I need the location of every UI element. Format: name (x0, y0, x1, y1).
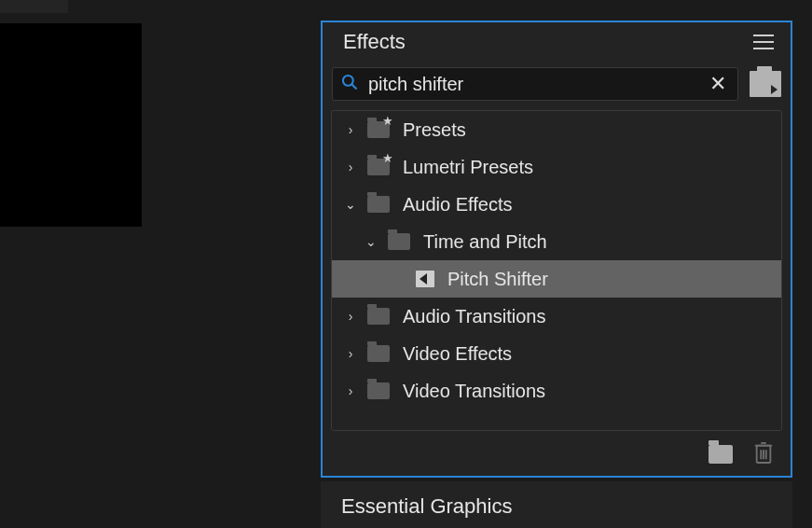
tree-item-audio-transitions[interactable]: › Audio Transitions (332, 298, 781, 335)
essential-graphics-panel[interactable]: Essential Graphics (321, 481, 792, 528)
tree-item-audio-effects[interactable]: ⌄ Audio Effects (332, 186, 781, 223)
folder-icon (367, 345, 390, 362)
new-preset-bin-icon[interactable] (750, 71, 781, 97)
folder-icon: ★ (367, 159, 390, 175)
tree-item-presets[interactable]: › ★ Presets (332, 111, 781, 148)
folder-icon: ★ (367, 121, 390, 138)
effects-tree: › ★ Presets › ★ Lumetri Presets ⌄ Audio … (331, 110, 782, 431)
tree-label: Lumetri Presets (403, 157, 533, 178)
clear-search-icon[interactable]: ✕ (706, 74, 730, 94)
trash-icon[interactable] (753, 440, 774, 468)
folder-icon (388, 233, 410, 250)
panel-menu-icon[interactable] (753, 35, 774, 49)
folder-icon (367, 196, 390, 213)
tree-item-lumetri-presets[interactable]: › ★ Lumetri Presets (332, 148, 781, 186)
search-input[interactable] (359, 74, 706, 95)
effects-panel: Effects ✕ › ★ Presets › ★ (321, 21, 792, 478)
panel-title: Effects (343, 30, 406, 54)
tree-label: Audio Transitions (403, 306, 545, 327)
tree-label: Audio Effects (403, 194, 512, 215)
chevron-down-icon: ⌄ (364, 234, 378, 249)
chevron-right-icon: › (343, 346, 358, 361)
tree-item-video-transitions[interactable]: › Video Transitions (332, 372, 781, 410)
preview-area (0, 23, 142, 227)
svg-line-1 (352, 85, 357, 90)
tree-item-video-effects[interactable]: › Video Effects (332, 335, 781, 372)
search-box: ✕ (332, 67, 738, 101)
svg-point-0 (343, 76, 353, 86)
panel-header: Effects (323, 22, 791, 67)
chevron-right-icon: › (343, 122, 358, 137)
tree-label: Time and Pitch (423, 231, 547, 253)
panel-title: Essential Graphics (341, 494, 792, 519)
tree-label: Presets (403, 119, 466, 141)
tree-item-pitch-shifter[interactable]: Pitch Shifter (332, 260, 781, 298)
top-bar-fragment (0, 0, 68, 13)
folder-icon (367, 382, 390, 399)
chevron-right-icon: › (343, 309, 358, 324)
tree-item-time-and-pitch[interactable]: ⌄ Time and Pitch (332, 223, 781, 260)
folder-icon (367, 308, 390, 325)
chevron-right-icon: › (343, 383, 358, 398)
panel-footer (323, 431, 791, 476)
tree-label: Pitch Shifter (447, 269, 548, 290)
tree-label: Video Transitions (403, 381, 545, 402)
tree-label: Video Effects (403, 343, 512, 365)
search-icon (340, 73, 359, 95)
effect-icon (416, 271, 434, 287)
new-bin-icon[interactable] (709, 445, 733, 464)
chevron-down-icon: ⌄ (343, 197, 358, 212)
chevron-right-icon: › (343, 160, 358, 174)
search-row: ✕ (323, 67, 791, 110)
